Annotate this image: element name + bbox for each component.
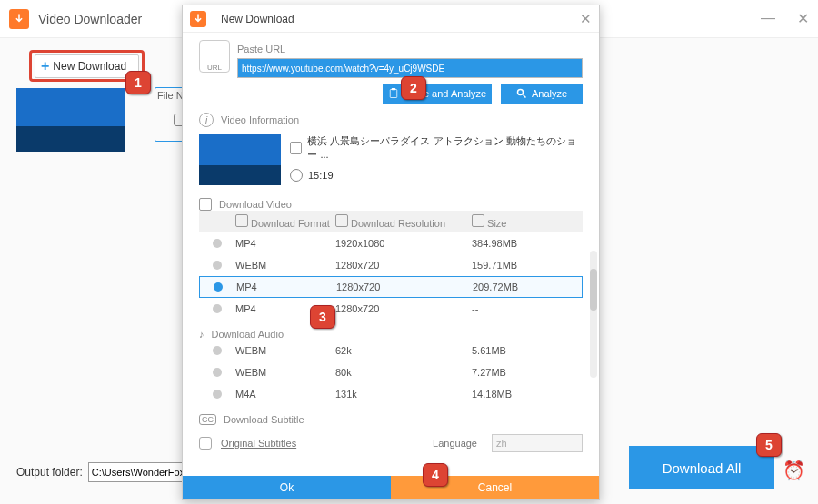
- resolution-icon: [335, 214, 348, 227]
- svg-point-2: [517, 90, 523, 95]
- size-icon: [472, 214, 484, 227]
- paste-url-label: Paste URL: [237, 44, 583, 54]
- callout-3: 3: [310, 305, 335, 329]
- video-table-header: Download Format Download Resolution Size: [199, 211, 583, 232]
- original-subtitles-link[interactable]: Original Subtitles: [221, 438, 296, 449]
- close-button[interactable]: ✕: [797, 10, 809, 27]
- url-input[interactable]: [237, 58, 583, 78]
- radio-icon: [213, 390, 222, 399]
- output-folder-label: Output folder:: [16, 466, 83, 479]
- queue-thumbnail[interactable]: [16, 88, 125, 152]
- video-thumbnail: [199, 134, 281, 185]
- new-download-button[interactable]: + New Download: [35, 54, 139, 78]
- video-format-row[interactable]: MP41280x720209.72MB: [199, 276, 583, 298]
- dialog-close-button[interactable]: ✕: [580, 11, 592, 27]
- language-select[interactable]: [492, 434, 583, 452]
- dialog-title: New Download: [221, 13, 294, 25]
- clipboard-icon: [388, 88, 399, 99]
- download-all-button[interactable]: Download All: [629, 446, 774, 489]
- callout-1: 1: [125, 71, 151, 94]
- dialog-titlebar: New Download ✕: [183, 5, 599, 33]
- video-duration: 15:19: [308, 170, 334, 181]
- video-icon: [199, 198, 212, 211]
- app-logo-icon: [9, 9, 29, 29]
- new-download-dialog: New Download ✕ URL Paste URL Paste and A…: [182, 5, 600, 500]
- download-audio-header: ♪ Download Audio: [199, 329, 583, 340]
- svg-rect-1: [392, 88, 396, 90]
- radio-icon: [213, 261, 222, 270]
- audio-format-row[interactable]: M4A131k14.18MB: [199, 383, 583, 405]
- video-title: 横浜 八景島シーパラダイス アトラクション 動物たちのショー ...: [307, 134, 583, 162]
- audio-format-row[interactable]: WEBM62k5.61MB: [199, 340, 583, 361]
- download-video-header: Download Video: [199, 198, 583, 211]
- radio-icon: [214, 282, 223, 292]
- audio-icon: ♪: [199, 329, 204, 340]
- search-icon: [516, 88, 527, 99]
- radio-icon: [213, 368, 222, 377]
- minimize-button[interactable]: —: [761, 10, 775, 27]
- language-label: Language: [433, 438, 477, 449]
- dialog-scrollbar[interactable]: [590, 251, 597, 378]
- radio-icon: [213, 346, 222, 355]
- paste-and-analyze-button[interactable]: Paste and Analyze: [383, 84, 492, 104]
- svg-line-3: [523, 95, 525, 98]
- callout-4: 4: [423, 463, 448, 487]
- analyze-button[interactable]: Analyze: [501, 84, 583, 104]
- video-format-row[interactable]: MP41920x1080384.98MB: [199, 232, 583, 254]
- video-format-row[interactable]: MP41280x720--: [199, 298, 583, 320]
- video-format-row[interactable]: WEBM1280x720159.71MB: [199, 254, 583, 276]
- output-folder-input[interactable]: [88, 462, 188, 482]
- file-name-label: File N: [157, 90, 184, 101]
- ok-button[interactable]: Ok: [183, 476, 391, 499]
- alarm-icon[interactable]: ⏰: [782, 459, 805, 482]
- radio-icon: [213, 304, 222, 313]
- download-subtitle-header: CC Download Subtitle: [199, 414, 583, 425]
- callout-5: 5: [756, 433, 782, 457]
- clock-icon: [290, 169, 303, 182]
- svg-rect-0: [390, 90, 397, 98]
- doc-icon: [290, 142, 302, 154]
- cc-icon: CC: [199, 414, 216, 425]
- new-download-label: New Download: [53, 60, 126, 73]
- audio-format-row[interactable]: WEBM80k7.27MB: [199, 361, 583, 383]
- video-information-header: i Video Information: [199, 113, 583, 127]
- radio-icon: [213, 239, 222, 248]
- format-icon: [235, 214, 248, 227]
- output-folder-row: Output folder:: [16, 462, 188, 482]
- info-icon: i: [199, 113, 214, 127]
- plus-icon: +: [41, 58, 49, 74]
- app-title: Video Downloader: [38, 12, 142, 26]
- original-subtitles-checkbox[interactable]: [199, 437, 212, 450]
- dialog-logo-icon: [190, 11, 206, 27]
- callout-2: 2: [401, 76, 426, 100]
- url-page-icon: URL: [199, 40, 230, 73]
